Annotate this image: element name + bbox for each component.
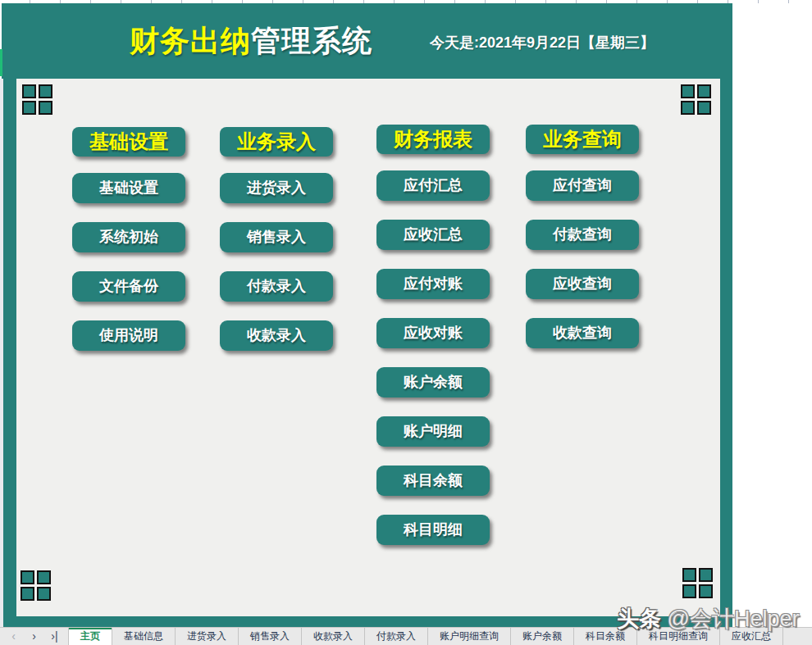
corner-square: [682, 584, 696, 598]
menu-column: 业务录入进货录入销售录入付款录入收款录入: [220, 127, 333, 370]
corner-squares-bottom-right: [682, 568, 713, 598]
menu-button[interactable]: 付款录入: [220, 271, 333, 302]
corner-square: [697, 84, 711, 98]
menu-button[interactable]: 收款查询: [526, 318, 639, 348]
main-panel: 基础设置基础设置系统初始文件备份使用说明业务录入进货录入销售录入付款录入收款录入…: [16, 79, 720, 616]
menu-column: 基础设置基础设置系统初始文件备份使用说明: [72, 127, 185, 370]
menu-button[interactable]: 应付对账: [376, 269, 490, 299]
sheet-tab-主页[interactable]: 主页: [68, 628, 112, 645]
nav-next-icon[interactable]: ›: [24, 628, 44, 645]
menu-button[interactable]: 应收汇总: [376, 220, 490, 250]
corner-squares-top-right: [681, 84, 711, 115]
corner-square: [21, 587, 34, 601]
menu-button[interactable]: 应收对账: [376, 318, 490, 348]
menu-button[interactable]: 销售录入: [220, 222, 333, 252]
menu-button[interactable]: 基础设置: [72, 173, 185, 203]
nav-last-icon[interactable]: ›|: [44, 628, 65, 645]
menu-button[interactable]: 账户明细: [376, 416, 490, 447]
menu-button[interactable]: 应收查询: [526, 269, 639, 299]
header-band: 财务出纳管理系统 今天是:2021年9月22日【星期三】: [2, 3, 732, 79]
corner-square: [682, 568, 696, 582]
corner-squares-bottom-left: [21, 570, 51, 601]
menu-section-header-button[interactable]: 业务查询: [526, 125, 639, 154]
menu-column: 业务查询应付查询付款查询应收查询收款查询: [526, 125, 639, 367]
sheet-tab-付款录入[interactable]: 付款录入: [364, 628, 427, 645]
sheet-tab-收款录入[interactable]: 收款录入: [301, 628, 364, 645]
corner-square: [37, 570, 51, 584]
corner-square: [39, 101, 52, 115]
corner-square: [37, 587, 51, 601]
menu-button[interactable]: 使用说明: [72, 320, 185, 351]
corner-square: [697, 101, 711, 115]
watermark-handle: @会计Helper: [668, 606, 800, 631]
menu-button[interactable]: 进货录入: [220, 173, 333, 203]
corner-square: [699, 568, 713, 582]
sheet-nav: ‹ › ›|: [0, 628, 68, 645]
menu-button[interactable]: 收款录入: [220, 320, 333, 351]
menu-button[interactable]: 系统初始: [72, 222, 185, 252]
sheet-tab-账户余额[interactable]: 账户余额: [510, 628, 573, 645]
today-date-text: 今天是:2021年9月22日【星期三】: [430, 34, 655, 52]
left-green-accent: [0, 49, 2, 76]
menu-section-header-button[interactable]: 基础设置: [72, 127, 185, 157]
menu-column: 财务报表应付汇总应收汇总应付对账应收对账账户余额账户明细科目余额科目明细: [376, 125, 490, 564]
corner-square: [22, 101, 36, 115]
menu-button[interactable]: 付款查询: [526, 220, 639, 250]
sheet-tab-基础信息[interactable]: 基础信息: [112, 628, 175, 645]
page-title: 财务出纳管理系统: [130, 25, 372, 57]
watermark-brand: 头条: [617, 606, 668, 631]
app-window: 财务出纳管理系统 今天是:2021年9月22日【星期三】: [0, 0, 812, 645]
corner-square: [22, 84, 36, 98]
menu-button[interactable]: 账户余额: [376, 367, 490, 397]
menu-section-header-button[interactable]: 财务报表: [376, 125, 490, 154]
corner-square: [681, 101, 695, 115]
menu-button[interactable]: 应付汇总: [376, 170, 490, 201]
watermark: 头条 @会计Helper: [617, 604, 799, 634]
sheet-tab-账户明细查询[interactable]: 账户明细查询: [427, 628, 510, 645]
main-frame: 基础设置基础设置系统初始文件备份使用说明业务录入进货录入销售录入付款录入收款录入…: [3, 79, 732, 627]
sheet-tab-进货录入[interactable]: 进货录入: [175, 628, 238, 645]
menu-button[interactable]: 科目明细: [376, 515, 490, 545]
menu-button[interactable]: 文件备份: [72, 271, 185, 302]
menu-button[interactable]: 科目余额: [376, 466, 490, 496]
page-title-highlight: 财务出纳: [130, 24, 251, 57]
corner-square: [21, 570, 34, 584]
sheet-tab-销售录入[interactable]: 销售录入: [238, 628, 301, 645]
menu-button[interactable]: 应付查询: [526, 170, 639, 201]
page-title-rest: 管理系统: [251, 24, 372, 57]
menu-section-header-button[interactable]: 业务录入: [220, 127, 333, 157]
corner-square: [699, 584, 713, 598]
corner-squares-top-left: [22, 84, 52, 115]
corner-square: [681, 84, 695, 98]
corner-square: [39, 84, 52, 98]
nav-prev-icon[interactable]: ‹: [3, 628, 24, 645]
